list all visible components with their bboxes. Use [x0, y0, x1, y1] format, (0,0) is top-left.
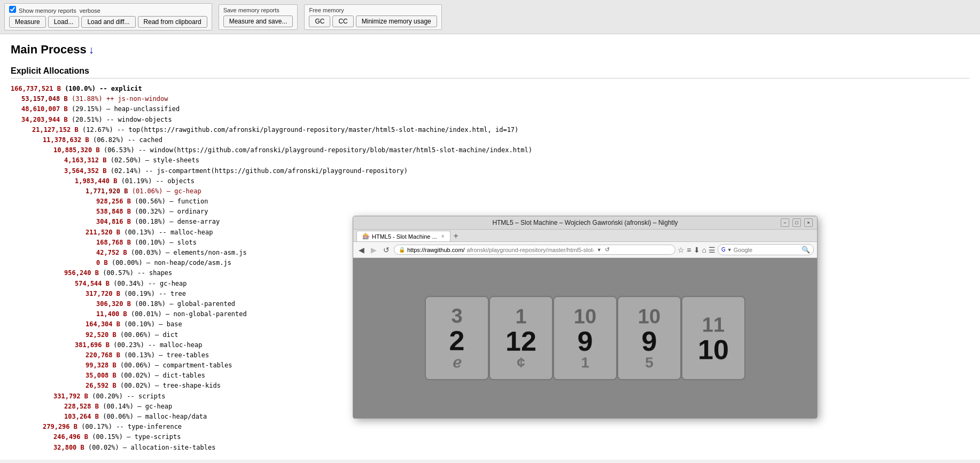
tree-line: 246,496 B (00.15%) — type-scripts [11, 432, 969, 442]
load-button[interactable]: Load... [48, 16, 80, 28]
url-suffix: afronski/playground-repository/master/ht… [467, 247, 595, 253]
tab-close-icon[interactable]: × [441, 233, 445, 239]
process-title-text: Main Process [11, 43, 87, 57]
reel-bot-number: 1 [581, 354, 589, 371]
reel-top-number: 10 [574, 305, 596, 327]
popup-content: 32ℯ112¢109110951110 [353, 258, 817, 418]
popup-addressbar: ◀ ▶ ↺ 🔒 https://rawgithub.com/afronski/p… [353, 242, 817, 258]
reel-top-number: 1 [515, 305, 526, 327]
tree-line: 48,610,007 B (29.15%) — heap-unclassifie… [11, 104, 969, 114]
free-memory-group: Free memory GC CC Minimize memory usage [304, 4, 441, 30]
reload-button[interactable]: ↺ [381, 245, 392, 255]
url-dropdown-icon[interactable]: ▼ [597, 247, 602, 253]
tree-line: 3,564,352 B (02.14%) -- js-compartment(h… [11, 166, 969, 176]
tree-line: 1,771,920 B (01.06%) — gc-heap [11, 186, 969, 197]
slot-machine: 32ℯ112¢109110951110 [353, 258, 817, 418]
search-engine-icon: G [721, 247, 726, 253]
forward-button[interactable]: ▶ [369, 245, 379, 255]
show-group-text: Show memory reports [19, 7, 76, 14]
toolbar: Show memory reports verbose Measure Load… [0, 0, 980, 34]
search-bar: G ▼ 🔍 [718, 244, 814, 255]
popup-minimize-button[interactable]: − [781, 218, 789, 227]
star-icon[interactable]: ☆ [678, 246, 685, 254]
reel-mid-number: 10 [698, 334, 729, 365]
url-prefix: https://rawgithub.com/ [407, 247, 465, 253]
popup-restore-button[interactable]: □ [792, 218, 801, 227]
main-content: Main Process ↓ Explicit Allocations 166,… [0, 34, 980, 460]
verbose-checkbox[interactable] [9, 6, 16, 13]
download-icon[interactable]: ⬇ [694, 246, 700, 254]
reel-mid-number: 9 [642, 325, 657, 357]
back-button[interactable]: ◀ [356, 245, 367, 255]
tree-line: 166,737,521 B (100.0%) -- explicit [11, 84, 969, 94]
list-icon[interactable]: ≡ [687, 246, 691, 254]
tree-line: 32,800 B (00.02%) — allocation-site-tabl… [11, 443, 969, 453]
gc-button[interactable]: GC [309, 15, 330, 27]
reel-bot-number: ¢ [517, 354, 525, 371]
cc-button[interactable]: CC [332, 15, 353, 27]
reel-mid-number: 2 [449, 325, 465, 356]
tree-line: 11,378,632 B (06.82%) -- cached [11, 135, 969, 145]
browser-popup: HTML5 – Slot Machine – Wojciech Gawrońsk… [353, 216, 818, 419]
menu-icon[interactable]: ☰ [709, 246, 715, 254]
load-diff-button[interactable]: Load and diff... [81, 16, 135, 28]
tree-line: 34,203,944 B (20.51%) -- window-objects [11, 115, 969, 125]
popup-tab-active[interactable]: 🎰 HTML5 - Slot Machine ... × [356, 231, 450, 241]
save-group-label: Save memory reports [223, 7, 293, 13]
free-group-label: Free memory [309, 7, 437, 13]
popup-tabs: 🎰 HTML5 - Slot Machine ... × + [353, 230, 817, 242]
tree-line: 53,157,048 B (31.88%) ++ js-non-window [11, 94, 969, 104]
tree-line: 10,885,320 B (06.53%) -- window(https://… [11, 145, 969, 155]
new-tab-button[interactable]: + [452, 231, 461, 241]
free-buttons: GC CC Minimize memory usage [309, 15, 437, 27]
search-dropdown-icon[interactable]: ▼ [727, 247, 732, 253]
search-go-icon[interactable]: 🔍 [802, 246, 810, 254]
tree-line: 279,296 B (00.17%) -- type-inference [11, 422, 969, 432]
popup-title: HTML5 – Slot Machine – Wojciech Gawrońsk… [390, 219, 781, 226]
show-buttons: Measure Load... Load and diff... Read fr… [9, 16, 207, 28]
popup-controls: − □ × [781, 218, 813, 227]
tab-label: HTML5 - Slot Machine ... [372, 233, 437, 240]
tree-line: 1,983,440 B (01.19%) -- objects [11, 176, 969, 186]
show-memory-group: Show memory reports verbose Measure Load… [4, 3, 212, 30]
read-clipboard-button[interactable]: Read from clipboard [138, 16, 207, 28]
home-icon[interactable]: ⌂ [702, 246, 706, 254]
popup-titlebar: HTML5 – Slot Machine – Wojciech Gawrońsk… [353, 216, 817, 230]
slot-reel: 1091 [553, 296, 617, 380]
page-title: Main Process ↓ [11, 43, 969, 57]
verbose-label: verbose [80, 7, 100, 14]
section-title: Explicit Allocations [11, 66, 969, 79]
lock-icon: 🔒 [399, 247, 405, 253]
save-memory-group: Save memory reports Measure and save... [219, 4, 298, 30]
measure-save-button[interactable]: Measure and save... [223, 15, 293, 27]
sort-arrow-icon: ↓ [89, 44, 94, 56]
reel-mid-number: 9 [578, 325, 593, 357]
reel-bot-number: ℯ [453, 354, 462, 371]
search-input[interactable] [734, 247, 800, 253]
reload-in-bar-icon[interactable]: ↺ [605, 246, 610, 253]
reel-bot-number: 5 [645, 354, 654, 371]
slot-reel: 1095 [617, 296, 681, 380]
reel-top-number: 10 [638, 305, 660, 327]
popup-toolbar-icons: ☆ ≡ ⬇ ⌂ ☰ [678, 246, 715, 254]
reel-top-number: 3 [451, 305, 462, 327]
reel-top-number: 11 [702, 313, 725, 336]
reel-mid-number: 12 [505, 325, 536, 357]
show-group-label: Show memory reports verbose [9, 6, 207, 14]
slot-reel: 1110 [681, 296, 745, 380]
tree-line: 928,256 B (00.56%) — function [11, 197, 969, 207]
measure-button[interactable]: Measure [9, 16, 46, 28]
popup-close-button[interactable]: × [804, 218, 813, 227]
minimize-memory-button[interactable]: Minimize memory usage [356, 15, 437, 27]
slot-reel: 112¢ [489, 296, 553, 380]
slot-reel: 32ℯ [425, 296, 489, 380]
tree-line: 21,127,152 B (12.67%) -- top(https://raw… [11, 125, 969, 135]
save-buttons: Measure and save... [223, 15, 293, 27]
tree-line: 4,163,312 B (02.50%) — style-sheets [11, 155, 969, 166]
tab-favicon-icon: 🎰 [362, 233, 370, 240]
url-bar[interactable]: 🔒 https://rawgithub.com/afronski/playgro… [394, 245, 675, 255]
